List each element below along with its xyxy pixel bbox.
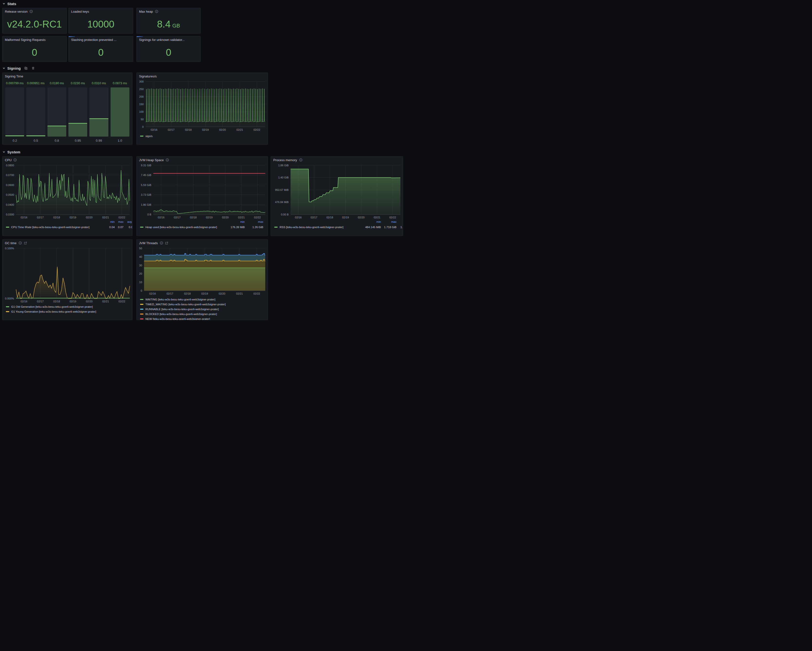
svg-text:02/18: 02/18: [327, 216, 333, 219]
svg-text:02/21: 02/21: [374, 216, 380, 219]
panel-title[interactable]: Release version: [2, 8, 67, 15]
bar-value: 0.0310 ms: [92, 82, 106, 87]
panel-title-text: Max heap: [139, 10, 153, 14]
svg-text:953.67 MiB: 953.67 MiB: [275, 188, 288, 191]
svg-text:02/22: 02/22: [119, 300, 125, 303]
panel-title-text: Signing Time: [5, 75, 23, 78]
external-link-icon[interactable]: [24, 241, 27, 245]
bargauge-column: 0.000951 ms0.5: [26, 82, 45, 142]
panel-title[interactable]: JVM Heap Space: [137, 157, 268, 163]
svg-text:1.86 GiB: 1.86 GiB: [278, 164, 288, 167]
legend-label[interactable]: RUNNABLE [teku-w3s-besu-teku-goerli-web3…: [145, 308, 219, 311]
info-icon[interactable]: [29, 10, 33, 13]
info-icon[interactable]: [155, 10, 158, 13]
panel-title[interactable]: Signing Time: [2, 73, 132, 79]
legend-min: 484.145 MiB: [365, 226, 381, 229]
panel-gc-time: GC time 0.000%0.100%02/1602/1702/1802/19…: [2, 239, 133, 320]
legend-pill: [6, 311, 9, 312]
legend-header[interactable]: min max: [274, 220, 401, 225]
stat-panel-unknown-validator: Signings for unknown validator... 0: [136, 36, 201, 62]
gc-time-chart[interactable]: 0.000%0.100%02/1602/1702/1802/1902/2002/…: [3, 247, 131, 303]
svg-text:02/18: 02/18: [184, 292, 191, 295]
panel-jvm-threads: JVM Threads 0102030405002/1602/1702/1802…: [136, 239, 268, 320]
svg-text:02/19: 02/19: [70, 216, 76, 219]
legend-label[interactable]: RSS [teku-w3s-besu-teku-goerli-web3signe…: [279, 226, 343, 229]
legend-label[interactable]: G1 Young Generation [teku-w3s-besu-teku-…: [11, 310, 96, 313]
panel-loading-indicator: [69, 36, 75, 37]
svg-text:02/21: 02/21: [237, 128, 243, 131]
legend-header[interactable]: min max avg: [6, 220, 130, 225]
panel-title[interactable]: JVM Threads: [137, 239, 268, 246]
signing-time-bargauge[interactable]: 0.000799 ms0.2 0.000951 ms0.5 0.0180 ms0…: [5, 82, 129, 142]
section-title: Stats: [7, 2, 16, 6]
panel-title[interactable]: Slashing protection prevented ...: [69, 36, 133, 43]
legend-pill: [140, 304, 143, 305]
bar-label: 0.8: [55, 137, 59, 142]
panel-title[interactable]: Signatures/s: [137, 73, 268, 79]
svg-text:02/22: 02/22: [254, 216, 261, 219]
svg-text:0.0600: 0.0600: [6, 184, 14, 186]
panel-title[interactable]: Process memory: [271, 157, 403, 163]
svg-text:30: 30: [139, 264, 142, 267]
process-memory-legend: min max RSS [teku-w3s-besu-teku-goerli-w…: [274, 220, 401, 230]
legend-label[interactable]: TIMED_WAITING [teku-w3s-besu-teku-goerli…: [145, 303, 226, 306]
signatures-chart[interactable]: 05010015020025030002/1602/1702/1802/1902…: [137, 80, 267, 132]
info-icon[interactable]: [166, 158, 169, 162]
panel-title[interactable]: Loaded keys: [69, 8, 133, 15]
legend-label[interactable]: CPU Time IRate [teku-w3s-besu-teku-goerl…: [11, 226, 89, 229]
info-icon[interactable]: [14, 158, 17, 162]
legend-label[interactable]: sigs/s: [145, 135, 153, 137]
legend-label[interactable]: G1 Old Generation [teku-w3s-besu-teku-go…: [11, 305, 93, 308]
trash-icon[interactable]: [31, 67, 35, 70]
panel-title-text: Malformed Signing Requests: [5, 38, 46, 42]
svg-text:02/17: 02/17: [168, 128, 175, 131]
section-header-stats[interactable]: Stats: [2, 1, 16, 6]
legend-label[interactable]: WAITING [teku-w3s-besu-teku-goerli-web3s…: [145, 298, 215, 301]
panel-title[interactable]: GC time: [2, 239, 132, 246]
legend-pill: [140, 309, 143, 309]
legend-label[interactable]: Heap used [teku-w3s-besu-teku-goerli-web…: [145, 226, 217, 229]
jvm-threads-chart[interactable]: 0102030405002/1602/1702/1802/1902/2002/2…: [137, 247, 267, 296]
legend-label[interactable]: BLOCKED [teku-w3s-besu-teku-goerli-web3s…: [145, 313, 217, 316]
panel-title[interactable]: CPU: [2, 157, 132, 163]
legend-max: 0.07: [118, 226, 124, 229]
panel-title[interactable]: Max heap: [137, 8, 200, 15]
bar-label: 0.99: [96, 137, 102, 142]
legend-label[interactable]: NEW [teku-w3s-besu-teku-goerli-web3signe…: [145, 317, 210, 320]
panel-title[interactable]: Malformed Signing Requests: [2, 36, 67, 43]
jvm-heap-chart[interactable]: 0 B1.86 GiB3.73 GiB5.59 GiB7.45 GiB9.31 …: [137, 164, 267, 220]
legend-pill: [140, 314, 143, 314]
stat-panel-max-heap: Max heap 8.4GB: [136, 8, 201, 34]
svg-text:7.45 GiB: 7.45 GiB: [141, 174, 151, 177]
cpu-chart[interactable]: 0.03000.04000.05000.06000.07000.080002/1…: [3, 164, 131, 220]
panel-title[interactable]: Signings for unknown validator...: [137, 36, 200, 43]
bargauge-column: 0.0310 ms0.99: [89, 82, 108, 142]
stat-panel-release-version: Release version v24.2.0-RC1: [2, 8, 67, 34]
legend-pill: [140, 227, 143, 228]
section-header-system[interactable]: System: [2, 149, 20, 155]
bargauge-column: 0.0873 ms1.0: [111, 82, 129, 142]
process-memory-chart[interactable]: 0.00 B476.84 MiB953.67 MiB1.40 GiB1.86 G…: [272, 164, 402, 220]
svg-text:02/19: 02/19: [201, 292, 208, 295]
svg-text:02/20: 02/20: [358, 216, 365, 219]
legend-pill: [6, 306, 9, 307]
info-icon[interactable]: [18, 241, 22, 245]
legend-header[interactable]: min max: [140, 220, 266, 225]
svg-text:0.000%: 0.000%: [5, 297, 14, 300]
svg-text:02/19: 02/19: [70, 300, 76, 303]
stat-value: 0: [69, 44, 133, 60]
bar-fill: [26, 136, 45, 137]
bar-track: [69, 87, 87, 137]
svg-text:02/20: 02/20: [86, 300, 93, 303]
panel-title-text: Loaded keys: [71, 10, 89, 14]
section-header-signing[interactable]: Signing: [2, 65, 35, 71]
legend-avg: 0.05: [129, 226, 133, 229]
info-icon[interactable]: [160, 241, 163, 245]
gear-icon[interactable]: [24, 67, 28, 70]
chevron-down-icon: [2, 67, 5, 70]
legend-pill: [140, 299, 143, 300]
info-icon[interactable]: [299, 158, 302, 162]
external-link-icon[interactable]: [165, 241, 168, 245]
stat-value: 0: [2, 44, 67, 60]
svg-text:0: 0: [142, 125, 144, 128]
